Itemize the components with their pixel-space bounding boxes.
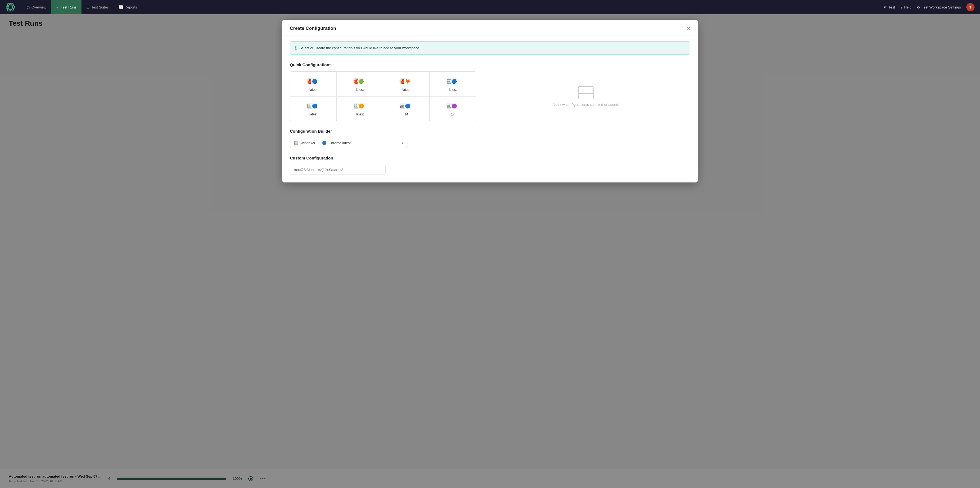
config-label-8: 17 [451, 112, 455, 116]
create-configuration-modal: Create Configuration × ℹ Select or Creat… [282, 20, 698, 182]
info-banner: ℹ Select or Create the configuration/s y… [290, 41, 690, 55]
browser-icon-chrome3: 🔵 [311, 102, 318, 110]
config-builder-section: Configuration Builder 🪟 Windows 11 🔵 Chr… [290, 129, 690, 148]
quick-config-area: 🍎 🔵 latest 🍎 🟢 latest [290, 72, 690, 121]
config-icons-win-edge: 🪟 🔵 [445, 77, 460, 86]
custom-config-input[interactable] [290, 165, 385, 175]
builder-dropdown[interactable]: 🪟 Windows 11 🔵 Chrome latest ▾ [290, 138, 407, 148]
inbox-icon [578, 86, 593, 99]
config-cell-android-14[interactable]: 🤖 🔵 14 [383, 96, 430, 121]
config-icons-mac-chrome: 🍎 🔵 [306, 77, 321, 86]
config-label-4: latest [449, 88, 457, 92]
snowflake-icon: ❄ [884, 5, 887, 9]
config-icons-win-chrome: 🪟 🔵 [306, 102, 321, 110]
test-runs-icon: ✓ [56, 5, 59, 9]
quick-config-grid: 🍎 🔵 latest 🍎 🟢 latest [290, 72, 476, 121]
avatar[interactable]: T [966, 3, 975, 11]
browser-icon-firefox2: 🟠 [357, 102, 365, 110]
custom-config-title: Custom Configuration [290, 156, 690, 160]
navbar: ◎ Overview ✓ Test Runs ☰ Test Suites 📈 R… [0, 0, 980, 14]
browser-icon-chrome: 🔵 [311, 77, 318, 85]
config-label-7: 14 [404, 112, 408, 116]
config-icons-mac-chrome-2: 🍎 🟢 [352, 77, 367, 86]
builder-dropdown-value: 🪟 Windows 11 🔵 Chrome latest [294, 141, 351, 145]
close-button[interactable]: × [687, 26, 690, 31]
modal-body: ℹ Select or Create the configuration/s y… [282, 36, 698, 182]
config-label-1: latest [310, 88, 317, 92]
chevron-down-icon: ▾ [402, 141, 403, 145]
builder-os-label: Windows 11 [301, 141, 320, 145]
nav-help[interactable]: ? Help [900, 5, 912, 9]
config-cell-win-edge[interactable]: 🪟 🔵 latest [430, 72, 476, 96]
empty-state: No new configuration/s selected or added… [482, 72, 690, 121]
browser-icon-chrome2: 🟢 [357, 77, 365, 85]
nav-test[interactable]: ❄ Test [884, 5, 895, 9]
config-cell-win-firefox[interactable]: 🪟 🟠 latest [337, 96, 383, 121]
builder-browser-label: Chrome latest [329, 141, 351, 145]
app-logo[interactable] [5, 2, 15, 12]
browser-icon-edge: 🔵 [450, 77, 458, 85]
browser-icon-android17: 🟣 [450, 102, 458, 110]
modal-header: Create Configuration × [282, 20, 698, 36]
config-icons-android-14: 🤖 🔵 [399, 102, 414, 110]
nav-test-runs[interactable]: ✓ Test Runs [51, 0, 81, 14]
info-icon: ℹ [295, 45, 297, 51]
config-label-3: latest [402, 88, 410, 92]
nav-reports[interactable]: 📈 Reports [114, 0, 142, 14]
config-icons-mac-firefox: 🍎 🦊 [399, 77, 414, 86]
nav-right: ❄ Test ? Help ⚙ Test Workspace Settings … [884, 3, 975, 11]
builder-os-icon: 🪟 [294, 141, 298, 145]
settings-icon: ⚙ [917, 5, 920, 9]
browser-icon-firefox: 🦊 [404, 77, 412, 85]
config-icons-android-17: 🤖 🟣 [445, 102, 460, 110]
custom-config-section: Custom Configuration [290, 156, 690, 175]
config-label-2: latest [356, 88, 364, 92]
nav-test-suites[interactable]: ☰ Test Suites [81, 0, 114, 14]
modal-overlay: Create Configuration × ℹ Select or Creat… [0, 14, 980, 488]
config-cell-mac-chrome-2[interactable]: 🍎 🟢 latest [337, 72, 383, 96]
nav-workspace-settings[interactable]: ⚙ Test Workspace Settings [917, 5, 961, 9]
overview-icon: ◎ [27, 5, 30, 9]
config-icons-win-firefox: 🪟 🟠 [352, 102, 367, 110]
config-cell-win-chrome[interactable]: 🪟 🔵 latest [290, 96, 337, 121]
browser-icon-android14: 🔵 [404, 102, 412, 110]
config-cell-mac-chrome[interactable]: 🍎 🔵 latest [290, 72, 337, 96]
reports-icon: 📈 [119, 5, 123, 9]
test-suites-icon: ☰ [86, 5, 90, 9]
config-label-5: latest [310, 112, 317, 116]
help-icon: ? [900, 5, 902, 9]
config-cell-mac-firefox[interactable]: 🍎 🦊 latest [383, 72, 430, 96]
quick-config-section-title: Quick Configurations [290, 62, 690, 67]
config-label-6: latest [356, 112, 364, 116]
builder-browser-icon: 🔵 [322, 141, 326, 145]
config-builder-title: Configuration Builder [290, 129, 690, 134]
config-cell-android-17[interactable]: 🤖 🟣 17 [430, 96, 476, 121]
nav-overview[interactable]: ◎ Overview [22, 0, 51, 14]
modal-title: Create Configuration [290, 26, 336, 31]
